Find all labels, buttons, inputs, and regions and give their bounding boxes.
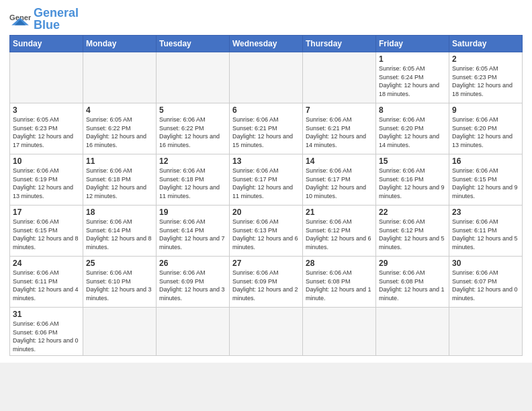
day-info: Sunrise: 6:06 AM Sunset: 6:11 PM Dayligh… [452,218,519,251]
calendar-cell [303,308,376,356]
weekday-header-friday: Friday [376,36,449,52]
calendar-cell [83,52,157,103]
calendar-cell: 8Sunrise: 6:06 AM Sunset: 6:20 PM Daylig… [376,103,449,154]
calendar-week-5: 24Sunrise: 6:06 AM Sunset: 6:11 PM Dayli… [10,257,523,308]
day-info: Sunrise: 6:05 AM Sunset: 6:23 PM Dayligh… [13,116,80,149]
day-number: 26 [159,259,226,268]
calendar-week-4: 17Sunrise: 6:06 AM Sunset: 6:15 PM Dayli… [10,205,523,257]
calendar-cell: 16Sunrise: 6:06 AM Sunset: 6:15 PM Dayli… [449,154,523,205]
day-number: 2 [452,54,519,64]
calendar-cell: 18Sunrise: 6:06 AM Sunset: 6:14 PM Dayli… [83,205,157,257]
calendar-cell: 17Sunrise: 6:06 AM Sunset: 6:15 PM Dayli… [10,205,83,257]
day-info: Sunrise: 6:06 AM Sunset: 6:20 PM Dayligh… [379,116,446,149]
day-info: Sunrise: 6:06 AM Sunset: 6:21 PM Dayligh… [232,116,300,149]
calendar-cell: 30Sunrise: 6:06 AM Sunset: 6:07 PM Dayli… [449,257,523,308]
calendar-cell: 5Sunrise: 6:06 AM Sunset: 6:22 PM Daylig… [157,103,230,154]
day-number: 10 [13,156,80,166]
day-info: Sunrise: 6:05 AM Sunset: 6:24 PM Dayligh… [379,64,446,98]
day-number: 29 [379,259,446,268]
calendar-cell: 7Sunrise: 6:06 AM Sunset: 6:21 PM Daylig… [303,103,376,154]
day-number: 21 [306,208,373,217]
calendar-cell [449,308,523,356]
day-number: 3 [13,105,80,115]
weekday-header-row: SundayMondayTuesdayWednesdayThursdayFrid… [10,36,523,52]
day-number: 30 [452,259,519,268]
calendar-cell: 15Sunrise: 6:06 AM Sunset: 6:16 PM Dayli… [376,154,449,205]
calendar-page: General GeneralBlue SundayMondayTuesdayW… [0,0,532,363]
weekday-header-tuesday: Tuesday [157,36,230,52]
day-info: Sunrise: 6:06 AM Sunset: 6:17 PM Dayligh… [306,167,373,200]
calendar-cell: 22Sunrise: 6:06 AM Sunset: 6:12 PM Dayli… [376,205,449,257]
day-info: Sunrise: 6:06 AM Sunset: 6:19 PM Dayligh… [13,167,80,200]
day-number: 9 [452,105,519,115]
day-info: Sunrise: 6:05 AM Sunset: 6:22 PM Dayligh… [86,116,153,149]
day-info: Sunrise: 6:06 AM Sunset: 6:14 PM Dayligh… [159,218,226,251]
calendar-cell [157,308,230,356]
day-number: 20 [232,208,300,217]
day-info: Sunrise: 6:06 AM Sunset: 6:15 PM Dayligh… [452,167,519,200]
generalblue-logo-icon: General [9,8,31,30]
weekday-header-sunday: Sunday [10,36,83,52]
calendar-cell: 31Sunrise: 6:06 AM Sunset: 6:06 PM Dayli… [10,308,83,356]
day-info: Sunrise: 6:06 AM Sunset: 6:09 PM Dayligh… [159,269,226,302]
calendar-cell: 24Sunrise: 6:06 AM Sunset: 6:11 PM Dayli… [10,257,83,308]
day-info: Sunrise: 6:06 AM Sunset: 6:15 PM Dayligh… [13,218,80,251]
calendar-cell: 14Sunrise: 6:06 AM Sunset: 6:17 PM Dayli… [303,154,376,205]
calendar-cell: 4Sunrise: 6:05 AM Sunset: 6:22 PM Daylig… [83,103,157,154]
day-info: Sunrise: 6:06 AM Sunset: 6:12 PM Dayligh… [379,218,446,251]
day-info: Sunrise: 6:06 AM Sunset: 6:16 PM Dayligh… [379,167,446,200]
calendar-cell: 29Sunrise: 6:06 AM Sunset: 6:08 PM Dayli… [376,257,449,308]
weekday-header-monday: Monday [83,36,157,52]
day-info: Sunrise: 6:06 AM Sunset: 6:08 PM Dayligh… [379,269,446,302]
calendar-cell [230,52,303,103]
header-area: General GeneralBlue [9,7,523,31]
day-number: 8 [379,105,446,115]
day-number: 14 [306,156,373,166]
day-number: 6 [232,105,300,115]
calendar-cell: 11Sunrise: 6:06 AM Sunset: 6:18 PM Dayli… [83,154,157,205]
calendar-cell [303,52,376,103]
day-number: 28 [306,259,373,268]
calendar-week-6: 31Sunrise: 6:06 AM Sunset: 6:06 PM Dayli… [10,308,523,356]
day-info: Sunrise: 6:06 AM Sunset: 6:09 PM Dayligh… [232,269,300,302]
day-info: Sunrise: 6:06 AM Sunset: 6:14 PM Dayligh… [86,218,153,251]
day-number: 15 [379,156,446,166]
calendar-cell: 10Sunrise: 6:06 AM Sunset: 6:19 PM Dayli… [10,154,83,205]
day-number: 27 [232,259,300,268]
calendar-cell: 2Sunrise: 6:05 AM Sunset: 6:23 PM Daylig… [449,52,523,103]
calendar-cell: 19Sunrise: 6:06 AM Sunset: 6:14 PM Dayli… [157,205,230,257]
day-number: 19 [159,208,226,217]
day-info: Sunrise: 6:06 AM Sunset: 6:13 PM Dayligh… [232,218,300,251]
calendar-cell: 23Sunrise: 6:06 AM Sunset: 6:11 PM Dayli… [449,205,523,257]
day-info: Sunrise: 6:06 AM Sunset: 6:12 PM Dayligh… [306,218,373,251]
calendar-cell [376,308,449,356]
calendar-cell: 3Sunrise: 6:05 AM Sunset: 6:23 PM Daylig… [10,103,83,154]
day-info: Sunrise: 6:06 AM Sunset: 6:18 PM Dayligh… [159,167,226,200]
day-info: Sunrise: 6:06 AM Sunset: 6:18 PM Dayligh… [86,167,153,200]
calendar-cell [230,308,303,356]
weekday-header-saturday: Saturday [449,36,523,52]
day-number: 17 [13,208,80,217]
calendar-cell: 27Sunrise: 6:06 AM Sunset: 6:09 PM Dayli… [230,257,303,308]
day-info: Sunrise: 6:06 AM Sunset: 6:22 PM Dayligh… [159,116,226,149]
calendar-cell [83,308,157,356]
day-number: 18 [86,208,153,217]
calendar-cell: 21Sunrise: 6:06 AM Sunset: 6:12 PM Dayli… [303,205,376,257]
day-number: 7 [306,105,373,115]
day-number: 31 [13,310,80,319]
day-number: 23 [452,208,519,217]
calendar-cell: 25Sunrise: 6:06 AM Sunset: 6:10 PM Dayli… [83,257,157,308]
calendar-cell: 1Sunrise: 6:05 AM Sunset: 6:24 PM Daylig… [376,52,449,103]
day-info: Sunrise: 6:06 AM Sunset: 6:08 PM Dayligh… [306,269,373,302]
day-info: Sunrise: 6:06 AM Sunset: 6:21 PM Dayligh… [306,116,373,149]
day-info: Sunrise: 6:06 AM Sunset: 6:17 PM Dayligh… [232,167,300,200]
calendar-cell [10,52,83,103]
calendar-cell [157,52,230,103]
calendar-cell: 9Sunrise: 6:06 AM Sunset: 6:20 PM Daylig… [449,103,523,154]
logo-text: GeneralBlue [34,7,79,31]
calendar-week-2: 3Sunrise: 6:05 AM Sunset: 6:23 PM Daylig… [10,103,523,154]
logo: General GeneralBlue [9,7,79,31]
calendar-cell: 6Sunrise: 6:06 AM Sunset: 6:21 PM Daylig… [230,103,303,154]
calendar-table: SundayMondayTuesdayWednesdayThursdayFrid… [9,35,523,356]
calendar-week-1: 1Sunrise: 6:05 AM Sunset: 6:24 PM Daylig… [10,52,523,103]
